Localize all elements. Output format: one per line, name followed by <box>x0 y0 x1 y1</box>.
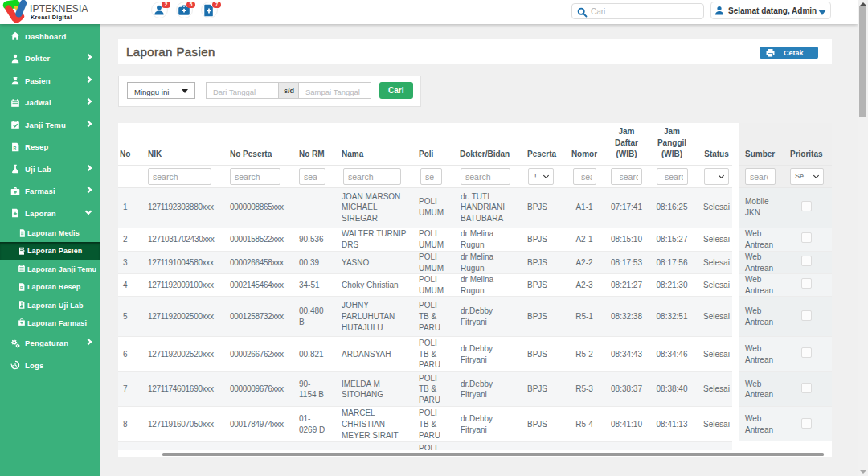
svg-text:R: R <box>13 145 16 150</box>
svg-text:R: R <box>20 285 23 289</box>
